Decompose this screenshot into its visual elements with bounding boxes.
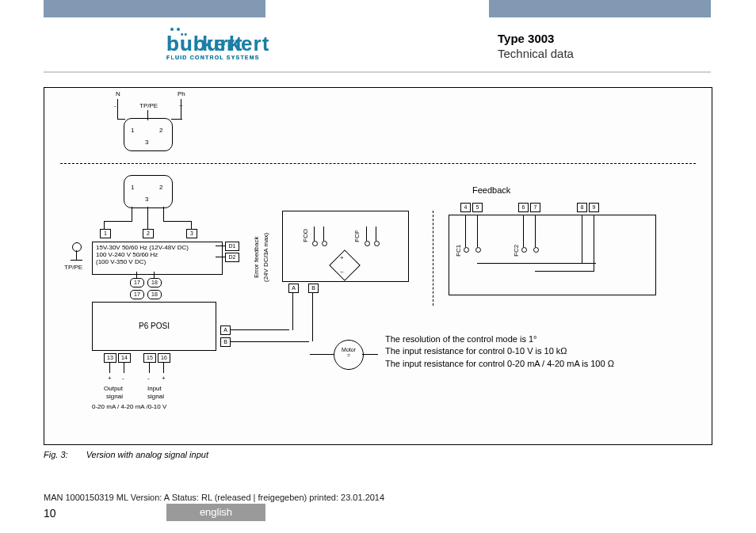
t16: 16 — [158, 353, 170, 363]
figure-caption: Fig. 3: Version with analog signal input — [44, 450, 208, 459]
errfb2-label: (24V DC/3A max) — [262, 215, 269, 282]
fc-block: FC1 FC2 — [449, 215, 656, 295]
fb9: 9 — [589, 203, 599, 212]
feedback-label: Feedback — [472, 185, 510, 195]
fb7: 7 — [530, 203, 540, 212]
page-title: Type 3003 Technical data — [498, 32, 574, 60]
minus-icon: - — [114, 102, 116, 109]
errfb-label: Error feedback — [253, 219, 260, 278]
label-TPPE-left: TP/PE — [64, 264, 82, 271]
t18a: 18 — [147, 278, 162, 287]
header-tab-left — [44, 0, 265, 17]
term-1: 1 — [100, 229, 111, 238]
language-badge: english — [166, 504, 265, 521]
t13: 13 — [104, 353, 116, 363]
fb6: 6 — [518, 203, 529, 212]
term-3: 3 — [186, 229, 197, 238]
fco-fcf-block: + ~ FCO FCF — [282, 211, 409, 282]
resolution-notes: The resolution of the control mode is 1°… — [385, 333, 694, 370]
label-TPPE-top: TP/PE — [139, 102, 158, 109]
p6-box: P6 POSI — [92, 302, 216, 351]
brand-logo: bu••rkert FLUID CONTROL SYSTEMS — [166, 32, 260, 60]
fb4: 4 — [460, 203, 471, 212]
t14: 14 — [118, 353, 131, 363]
d2-box: D2 — [225, 253, 239, 262]
t15: 15 — [143, 353, 156, 363]
termA2: A — [288, 284, 299, 293]
termB1: B — [220, 337, 231, 347]
page-number: 10 — [44, 507, 56, 520]
title-line2: Technical data — [498, 47, 574, 60]
t17b: 17 — [130, 290, 144, 299]
label-N: N — [116, 90, 120, 97]
page: buburkert FLUID CONTROL SYSTEMS bu••rker… — [0, 0, 756, 533]
fb5: 5 — [472, 203, 483, 212]
title-line1: Type 3003 — [498, 32, 574, 45]
t18b: 18 — [147, 290, 162, 299]
d1-box: D1 — [225, 242, 239, 251]
t17a: 17 — [130, 278, 144, 287]
header-tab-right — [489, 0, 711, 17]
termA1: A — [220, 326, 231, 335]
connector-lower: 1 2 3 — [124, 175, 173, 208]
connector-top: 1 2 3 — [124, 118, 173, 151]
termB2: B — [308, 284, 319, 293]
fb8: 8 — [577, 203, 587, 212]
motor: Motor = — [334, 340, 364, 370]
header-divider — [44, 71, 711, 73]
term-2: 2 — [143, 229, 154, 238]
power-box: 15V-30V 50/60 Hz (12V-48V DC) 100 V-240 … — [92, 242, 223, 275]
ground-icon — [72, 242, 82, 252]
footer-meta: MAN 1000150319 ML Version: A Status: RL … — [44, 493, 384, 502]
circuit-diagram: N Ph - TP/PE + 1 2 3 1 2 3 — [44, 87, 712, 445]
dashed-divider — [60, 163, 696, 164]
label-Ph: Ph — [178, 90, 185, 97]
